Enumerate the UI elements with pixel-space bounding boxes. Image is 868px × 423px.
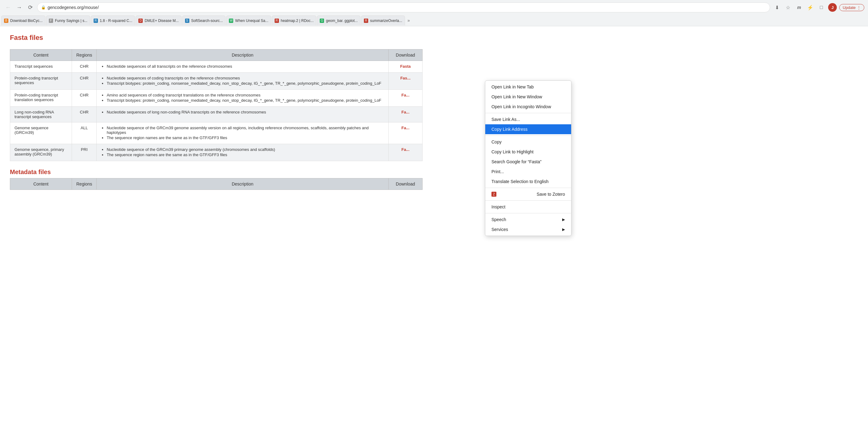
context-menu-overlay[interactable] [0, 0, 868, 205]
context-menu-label: Inspect [492, 204, 505, 205]
context-menu-label: Print... [492, 169, 504, 174]
context-menu-separator [485, 200, 571, 201]
context-menu-label: Search Google for “Fasta” [492, 159, 541, 164]
context-menu-label: Open Link in Incognito Window [492, 104, 551, 109]
context-menu-item-copy[interactable]: Copy [485, 137, 571, 147]
context-menu: Open Link in New TabOpen Link in New Win… [485, 80, 571, 205]
context-menu-item-inspect[interactable]: Inspect [485, 202, 571, 205]
context-menu-item-copy-highlight[interactable]: Copy Link to Highlight [485, 147, 571, 157]
context-menu-item-save-zotero[interactable]: ZSave to Zotero [485, 189, 571, 199]
context-menu-separator [485, 113, 571, 113]
context-menu-item-open-new-tab[interactable]: Open Link in New Tab [485, 82, 571, 92]
context-menu-label: Save to Zotero [536, 192, 565, 197]
context-menu-item-copy-link[interactable]: Copy Link Address [485, 124, 571, 134]
zotero-icon: Z [492, 192, 496, 197]
context-menu-label: Copy Link to Highlight [492, 149, 533, 154]
context-menu-label: Open Link in New Tab [492, 84, 534, 89]
context-menu-item-save-link[interactable]: Save Link As... [485, 114, 571, 124]
context-menu-item-translate[interactable]: Translate Selection to English [485, 176, 571, 187]
context-menu-label: Copy Link Address [492, 127, 528, 132]
context-menu-item-search-google[interactable]: Search Google for “Fasta” [485, 157, 571, 167]
context-menu-label: Open Link in New Window [492, 94, 542, 99]
context-menu-item-open-new-window[interactable]: Open Link in New Window [485, 92, 571, 102]
context-menu-label: Translate Selection to English [492, 179, 549, 184]
context-menu-label: Save Link As... [492, 117, 520, 122]
context-menu-separator [485, 188, 571, 188]
context-menu-label: Copy [492, 139, 502, 144]
context-menu-item-print[interactable]: Print... [485, 167, 571, 176]
context-menu-item-open-incognito[interactable]: Open Link in Incognito Window [485, 102, 571, 112]
